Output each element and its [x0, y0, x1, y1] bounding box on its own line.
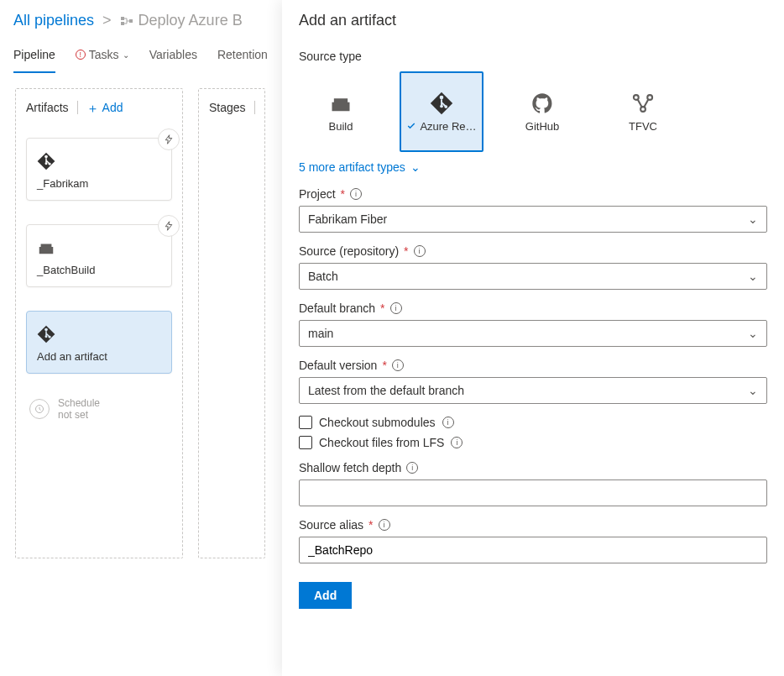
chevron-down-icon: ⌄	[410, 160, 421, 174]
panel-title: Add an artifact	[299, 12, 767, 29]
svg-rect-1	[121, 22, 124, 25]
required-indicator: *	[380, 301, 384, 315]
field-checkboxes: Checkout submodules i Checkout files fro…	[299, 416, 767, 449]
trigger-badge[interactable]	[158, 128, 180, 150]
info-icon[interactable]: i	[414, 245, 426, 257]
field-branch: Default branch * i main ⌄	[299, 301, 767, 347]
tile-github[interactable]: GitHub	[500, 71, 584, 152]
svg-rect-0	[121, 17, 124, 20]
source-type-tiles: Build Azure Re… GitHub TFVC	[299, 71, 767, 152]
tab-variables[interactable]: Variables	[149, 39, 197, 73]
field-version: Default version * i Latest from the defa…	[299, 359, 767, 404]
clock-ring	[29, 399, 50, 419]
artifact-label: _Fabrikam	[37, 177, 161, 190]
checkbox-icon	[299, 416, 312, 429]
alias-input[interactable]	[299, 537, 767, 563]
artifacts-header: Artifacts ＋ Add	[26, 101, 172, 114]
repo-icon	[37, 325, 55, 343]
branch-select[interactable]: main ⌄	[299, 320, 767, 347]
plus-icon: ＋	[86, 102, 99, 114]
svg-point-13	[634, 95, 639, 100]
stages-column: Stages	[198, 88, 265, 558]
depth-label: Shallow fetch depth	[299, 461, 401, 474]
alias-label: Source alias	[299, 518, 363, 532]
svg-rect-2	[129, 19, 133, 23]
schedule-status[interactable]: Schedule not set	[26, 397, 172, 421]
stages-title: Stages	[209, 101, 246, 114]
tile-azure-repos[interactable]: Azure Re…	[400, 71, 483, 152]
tab-tasks[interactable]: ! Tasks ⌄	[76, 39, 129, 73]
svg-point-4	[45, 162, 48, 165]
repo-icon	[37, 152, 55, 170]
info-icon[interactable]: i	[406, 462, 418, 474]
version-label: Default version	[299, 359, 377, 372]
source-select[interactable]: Batch ⌄	[299, 263, 767, 290]
info-icon[interactable]: i	[392, 359, 404, 371]
stages-header: Stages	[209, 101, 254, 114]
add-button[interactable]: Add	[299, 582, 352, 609]
check-icon	[406, 121, 416, 131]
info-icon[interactable]: i	[379, 519, 390, 531]
github-icon	[531, 92, 554, 115]
chevron-down-icon: ⌄	[123, 50, 129, 60]
artifact-card-batchbuild[interactable]: _BatchBuild	[26, 224, 172, 287]
project-select[interactable]: Fabrikam Fiber ⌄	[299, 206, 767, 233]
lightning-icon	[164, 221, 174, 231]
breadcrumb-separator: >	[102, 12, 112, 29]
tab-pipeline[interactable]: Pipeline	[13, 39, 55, 73]
svg-point-10	[440, 95, 444, 99]
add-artifact-card[interactable]: Add an artifact	[26, 311, 172, 374]
chevron-down-icon: ⌄	[748, 327, 758, 340]
breadcrumb-current: Deploy Azure B	[120, 12, 243, 29]
artifacts-column: Artifacts ＋ Add _Fabrikam _BatchBuild Ad…	[15, 88, 183, 558]
build-icon	[329, 92, 353, 115]
chevron-down-icon: ⌄	[748, 212, 758, 226]
svg-point-8	[49, 336, 51, 338]
azure-repos-icon	[430, 92, 453, 115]
artifact-label: _BatchBuild	[37, 264, 161, 276]
svg-point-7	[45, 335, 48, 338]
project-label: Project	[299, 187, 336, 201]
svg-point-11	[440, 104, 443, 107]
chevron-down-icon: ⌄	[748, 270, 758, 283]
svg-point-12	[444, 105, 447, 108]
warning-icon: !	[76, 50, 86, 60]
lightning-icon	[164, 134, 174, 144]
checkout-lfs[interactable]: Checkout files from LFS i	[299, 436, 767, 449]
artifact-card-fabrikam[interactable]: _Fabrikam	[26, 138, 172, 201]
artifacts-title: Artifacts	[26, 101, 69, 114]
version-select[interactable]: Latest from the default branch ⌄	[299, 377, 767, 404]
required-indicator: *	[368, 518, 373, 532]
field-depth: Shallow fetch depth i	[299, 461, 767, 506]
svg-point-6	[44, 328, 48, 332]
clock-icon	[34, 404, 44, 414]
required-indicator: *	[341, 187, 345, 201]
release-pipeline-icon	[120, 14, 133, 28]
depth-input[interactable]	[299, 479, 767, 506]
more-artifact-types[interactable]: 5 more artifact types ⌄	[299, 160, 767, 174]
add-artifact-panel: Add an artifact Source type Build Azure …	[282, 0, 784, 676]
build-icon	[37, 238, 55, 257]
source-label: Source (repository)	[299, 244, 399, 258]
branch-label: Default branch	[299, 301, 375, 315]
add-artifact-link[interactable]: ＋ Add	[86, 101, 123, 114]
field-project: Project * i Fabrikam Fiber ⌄	[299, 187, 767, 233]
info-icon[interactable]: i	[451, 437, 463, 448]
add-artifact-label: Add an artifact	[37, 350, 161, 363]
tile-tfvc[interactable]: TFVC	[601, 71, 685, 152]
tab-retention[interactable]: Retention	[217, 39, 268, 73]
tfvc-icon	[631, 92, 655, 115]
info-icon[interactable]: i	[390, 302, 402, 314]
breadcrumb-parent[interactable]: All pipelines	[13, 12, 94, 29]
field-source: Source (repository) * i Batch ⌄	[299, 244, 767, 290]
trigger-badge[interactable]	[158, 215, 180, 237]
field-alias: Source alias * i	[299, 518, 767, 563]
checkout-submodules[interactable]: Checkout submodules i	[299, 416, 767, 429]
svg-point-14	[647, 95, 652, 100]
tile-build[interactable]: Build	[299, 71, 383, 152]
info-icon[interactable]: i	[442, 417, 454, 428]
schedule-text: Schedule not set	[58, 397, 100, 421]
divider	[77, 101, 78, 114]
info-icon[interactable]: i	[350, 188, 362, 200]
chevron-down-icon: ⌄	[748, 384, 758, 397]
